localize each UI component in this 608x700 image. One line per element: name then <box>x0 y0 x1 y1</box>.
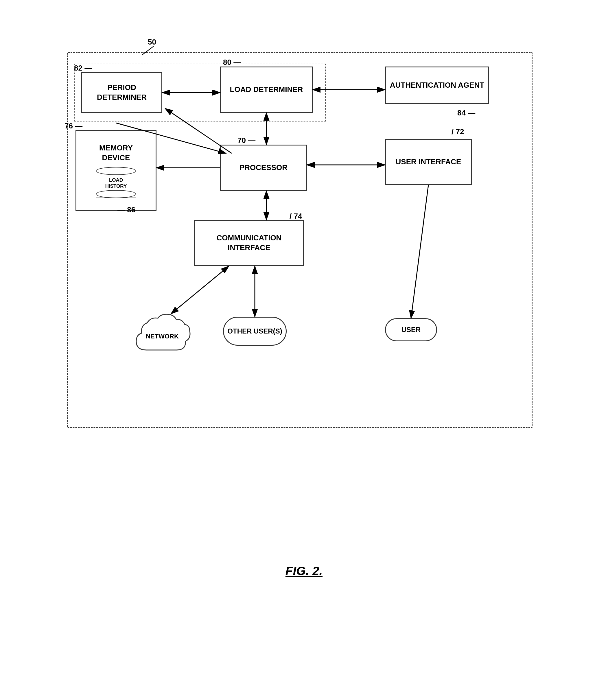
diagram: 50 PERIOD DETERMINER 82 — LOAD DETERMINE… <box>58 35 550 555</box>
page: 50 PERIOD DETERMINER 82 — LOAD DETERMINE… <box>29 17 579 683</box>
processor-box: PROCESSOR <box>220 145 307 191</box>
ref-74: / 74 <box>289 212 302 221</box>
other-users-label: OTHER USER(S) <box>227 326 282 336</box>
user-interface-box: USER INTERFACE <box>385 139 472 185</box>
load-determiner-label: LOAD DETERMINER <box>230 85 303 95</box>
ref-80: 80 — <box>223 58 241 67</box>
load-determiner-box: LOAD DETERMINER <box>220 67 313 113</box>
memory-device-label: MEMORYDEVICE <box>99 143 133 163</box>
ref-72: / 72 <box>452 127 464 136</box>
ref-86: — 86 <box>117 205 135 214</box>
network-cloud: NETWORK <box>130 313 194 359</box>
ref-76: 76 — <box>64 121 82 130</box>
svg-text:NETWORK: NETWORK <box>146 333 179 340</box>
memory-device-box: MEMORYDEVICE LOADHISTORYINFO <box>76 130 156 211</box>
other-users-box: OTHER USER(S) <box>223 317 287 346</box>
auth-agent-box: AUTHENTICATION AGENT <box>385 67 489 104</box>
ref-84: 84 — <box>457 109 475 117</box>
user-interface-label: USER INTERFACE <box>396 157 461 167</box>
figure-caption: FIG. 2. <box>285 564 323 578</box>
ref-82: 82 — <box>74 64 92 73</box>
auth-agent-label: AUTHENTICATION AGENT <box>390 80 484 90</box>
ref-50: 50 <box>148 38 156 46</box>
user-label: USER <box>401 325 421 334</box>
comm-interface-label: COMMUNICATION INTERFACE <box>195 233 303 253</box>
period-determiner-box: PERIOD DETERMINER <box>81 72 162 113</box>
comm-interface-box: COMMUNICATION INTERFACE <box>194 220 304 266</box>
period-determiner-label: PERIOD DETERMINER <box>82 83 162 102</box>
processor-label: PROCESSOR <box>240 163 287 173</box>
user-box: USER <box>385 318 437 341</box>
ref-70: 70 — <box>238 136 255 145</box>
